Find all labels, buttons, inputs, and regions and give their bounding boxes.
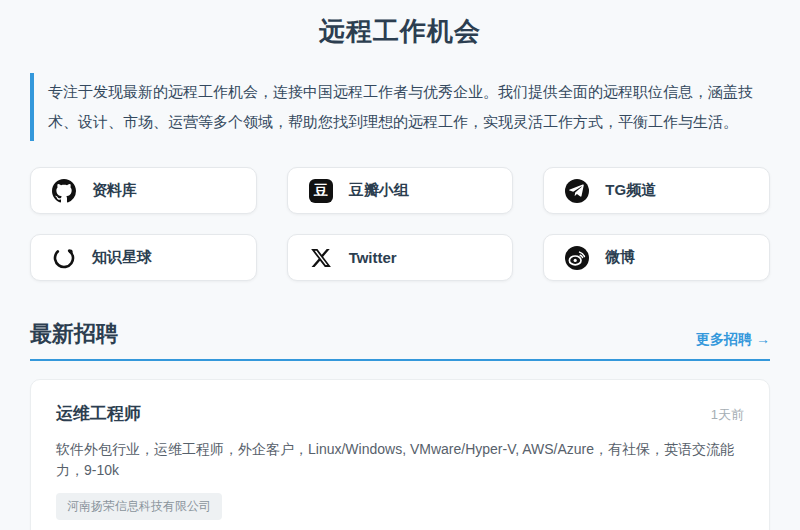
link-card-github[interactable]: 资料库 xyxy=(30,167,257,214)
link-label: 资料库 xyxy=(92,181,137,200)
github-icon xyxy=(51,178,77,204)
more-jobs-link[interactable]: 更多招聘 → xyxy=(696,331,770,349)
job-list: 运维工程师 1天前 软件外包行业，运维工程师，外企客户，Linux/Window… xyxy=(30,379,770,530)
link-label: TG频道 xyxy=(605,181,656,200)
page-container: 远程工作机会 专注于发现最新的远程工作机会，连接中国远程工作者与优秀企业。我们提… xyxy=(30,0,770,530)
job-title[interactable]: 运维工程师 xyxy=(56,402,141,425)
douban-glyph: 豆 xyxy=(309,179,333,203)
link-card-weibo[interactable]: 微博 xyxy=(543,234,770,281)
twitter-x-icon xyxy=(308,245,334,271)
link-label: 微博 xyxy=(605,248,635,267)
weibo-icon xyxy=(564,245,590,271)
zhishixingqiu-icon xyxy=(51,245,77,271)
page-title: 远程工作机会 xyxy=(30,14,770,49)
douban-icon: 豆 xyxy=(308,178,334,204)
link-label: 豆瓣小组 xyxy=(349,181,409,200)
job-card[interactable]: 运维工程师 1天前 软件外包行业，运维工程师，外企客户，Linux/Window… xyxy=(30,379,770,530)
job-posted-time: 1天前 xyxy=(711,406,744,424)
link-card-twitter[interactable]: Twitter xyxy=(287,234,514,281)
jobs-section-header: 最新招聘 更多招聘 → xyxy=(30,319,770,361)
link-card-douban[interactable]: 豆 豆瓣小组 xyxy=(287,167,514,214)
intro-paragraph: 专注于发现最新的远程工作机会，连接中国远程工作者与优秀企业。我们提供全面的远程职… xyxy=(30,73,770,141)
job-company-tag: 河南扬荣信息科技有限公司 xyxy=(56,493,222,520)
link-label: Twitter xyxy=(349,249,397,266)
telegram-icon xyxy=(564,178,590,204)
social-links-grid: 资料库 豆 豆瓣小组 TG频道 知识星 xyxy=(30,167,770,281)
job-card-header: 运维工程师 1天前 xyxy=(56,402,744,425)
link-card-telegram[interactable]: TG频道 xyxy=(543,167,770,214)
jobs-section-heading: 最新招聘 xyxy=(30,319,118,349)
job-description: 软件外包行业，运维工程师，外企客户，Linux/Windows, VMware/… xyxy=(56,439,744,481)
link-card-zhishixingqiu[interactable]: 知识星球 xyxy=(30,234,257,281)
link-label: 知识星球 xyxy=(92,248,152,267)
